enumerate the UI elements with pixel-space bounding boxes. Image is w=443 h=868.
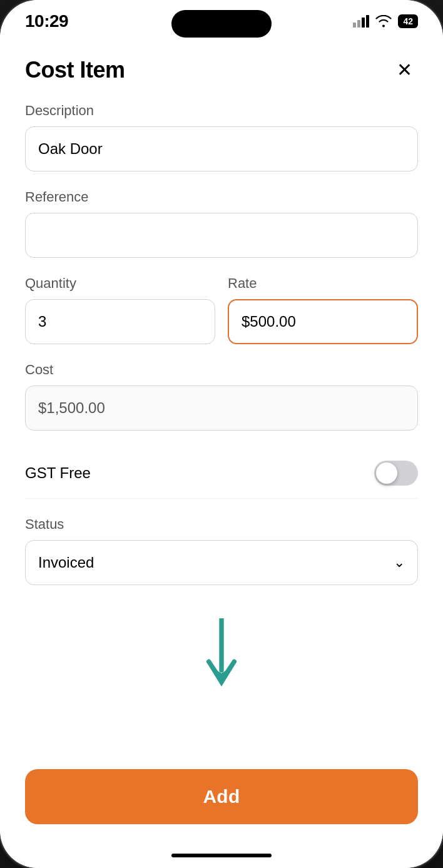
gst-free-toggle[interactable] (374, 461, 418, 486)
gst-free-label: GST Free (25, 464, 91, 482)
signal-icon (353, 15, 369, 28)
home-indicator (0, 843, 443, 868)
wifi-icon (375, 15, 392, 28)
description-label: Description (25, 103, 418, 119)
reference-field-group: Reference (25, 189, 418, 258)
quantity-input[interactable] (25, 299, 215, 344)
status-value: Invoiced (38, 554, 94, 571)
quantity-rate-row: Quantity Rate (25, 275, 418, 344)
description-field-group: Description (25, 103, 418, 171)
add-button-container: Add (0, 769, 443, 843)
phone-screen: 10:29 42 (0, 0, 443, 868)
quantity-label: Quantity (25, 275, 215, 292)
rate-label: Rate (228, 275, 418, 292)
status-select[interactable]: Invoiced ⌄ (25, 540, 418, 585)
quantity-col: Quantity (25, 275, 215, 344)
rate-input[interactable] (228, 299, 418, 344)
modal-header: Cost Item ✕ (25, 38, 418, 103)
battery-level: 42 (403, 16, 413, 26)
reference-input[interactable] (25, 213, 418, 258)
modal-title: Cost Item (25, 57, 125, 83)
cost-field-group: Cost (25, 362, 418, 431)
arrow-area (25, 603, 418, 703)
status-select-wrapper: Invoiced ⌄ (25, 540, 418, 585)
rate-col: Rate (228, 275, 418, 344)
gst-free-row: GST Free (25, 448, 418, 499)
cost-label: Cost (25, 362, 418, 378)
cost-input[interactable] (25, 385, 418, 431)
status-time: 10:29 (25, 11, 68, 31)
status-icons: 42 (353, 14, 418, 28)
close-icon: ✕ (397, 61, 412, 79)
add-button[interactable]: Add (25, 769, 418, 824)
reference-label: Reference (25, 189, 418, 205)
content-area: Cost Item ✕ Description Reference Quanti… (0, 38, 443, 769)
battery-indicator: 42 (398, 14, 418, 28)
phone-frame: 10:29 42 (0, 0, 443, 868)
status-field-group: Status Invoiced ⌄ (25, 516, 418, 585)
dynamic-island (171, 10, 272, 38)
description-input[interactable] (25, 126, 418, 171)
status-label: Status (25, 516, 418, 533)
close-button[interactable]: ✕ (390, 56, 418, 84)
down-arrow-icon (203, 618, 240, 693)
chevron-down-icon: ⌄ (394, 554, 405, 571)
home-bar (171, 854, 272, 857)
